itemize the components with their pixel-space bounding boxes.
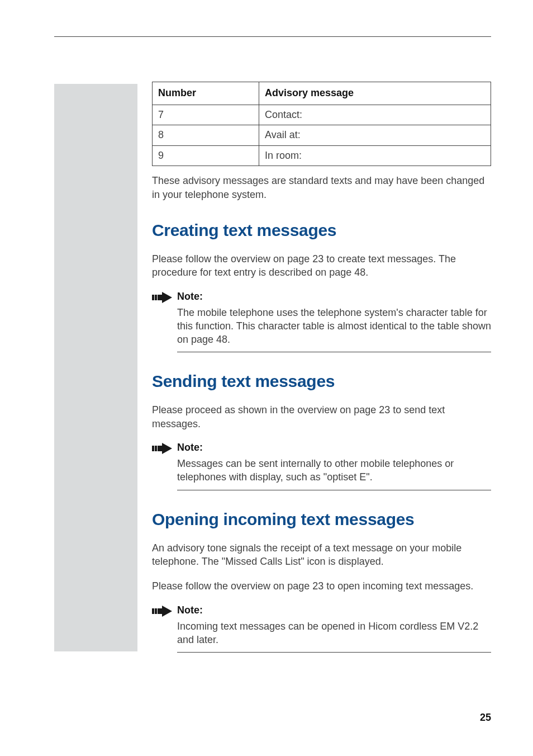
cell-number: 7 (153, 105, 259, 125)
opening-body-1: An advisory tone signals the receipt of … (152, 541, 491, 569)
cell-number: 9 (153, 145, 259, 166)
svg-rect-5 (155, 446, 157, 451)
svg-rect-9 (155, 608, 157, 614)
table-row: 8 Avail at: (153, 125, 491, 146)
table-row: 9 In room: (153, 145, 491, 166)
advisory-table: Number Advisory message 7 Contact: 8 Ava… (152, 82, 491, 166)
cell-message: In room: (259, 145, 491, 166)
svg-rect-6 (158, 446, 162, 451)
note-body: Messages can be sent internally to other… (177, 457, 491, 484)
heading-opening: Opening incoming text messages (152, 510, 491, 529)
svg-marker-11 (162, 606, 172, 617)
note-sending: Note: Messages can be sent internally to… (152, 442, 491, 490)
note-body: Incoming text messages can be opened in … (177, 620, 491, 647)
col-header-number: Number (153, 82, 259, 105)
note-arrow-icon (152, 606, 172, 617)
note-rule (177, 352, 491, 352)
note-rule (177, 652, 491, 653)
note-opening: Note: Incoming text messages can be open… (152, 604, 491, 653)
note-body: The mobile telephone uses the telephone … (177, 306, 491, 347)
cell-message: Avail at: (259, 125, 491, 146)
heading-sending: Sending text messages (152, 372, 491, 391)
sending-body: Please proceed as shown in the overview … (152, 403, 491, 431)
svg-rect-4 (152, 446, 154, 451)
opening-body-2: Please follow the overview on page 23 to… (152, 579, 491, 593)
cell-number: 8 (153, 125, 259, 146)
page-number: 25 (480, 712, 491, 724)
creating-body: Please follow the overview on page 23 to… (152, 252, 491, 280)
note-creating: Note: The mobile telephone uses the tele… (152, 291, 491, 353)
table-caption: These advisory messages are standard tex… (152, 174, 491, 201)
svg-rect-2 (158, 295, 162, 300)
table-row: 7 Contact: (153, 105, 491, 125)
main-content: Number Advisory message 7 Contact: 8 Ava… (152, 82, 491, 653)
svg-rect-0 (152, 295, 154, 300)
note-title: Note: (177, 442, 491, 453)
svg-rect-10 (158, 608, 162, 614)
note-title: Note: (177, 604, 491, 616)
note-rule (177, 490, 491, 490)
table-header-row: Number Advisory message (153, 82, 491, 105)
svg-rect-1 (155, 295, 157, 300)
sidebar-shade (54, 84, 137, 651)
svg-marker-7 (162, 443, 172, 454)
note-arrow-icon (152, 292, 172, 303)
note-arrow-icon (152, 443, 172, 454)
heading-creating: Creating text messages (152, 221, 491, 240)
top-rule (54, 36, 491, 37)
cell-message: Contact: (259, 105, 491, 125)
svg-rect-8 (152, 608, 154, 614)
col-header-message: Advisory message (259, 82, 491, 105)
svg-marker-3 (162, 292, 172, 303)
note-title: Note: (177, 291, 491, 303)
